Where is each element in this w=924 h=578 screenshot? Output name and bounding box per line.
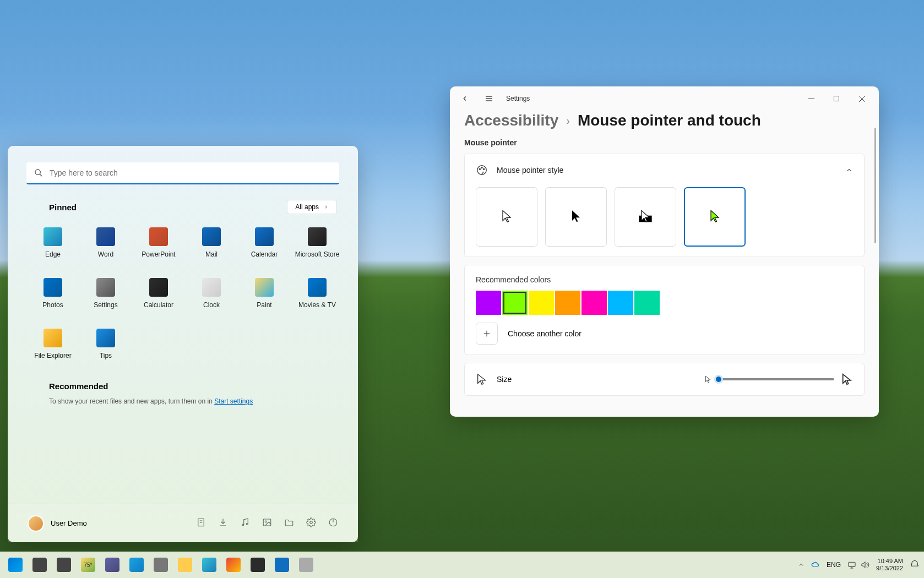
svg-point-8 [246, 523, 248, 525]
app-icon [308, 278, 327, 297]
pointer-style-option-2[interactable] [615, 187, 676, 247]
color-swatch-6[interactable] [634, 291, 660, 315]
all-apps-button[interactable]: All apps [287, 200, 337, 214]
pinned-app-settings[interactable]: Settings [79, 275, 132, 312]
pointer-style-option-3[interactable] [684, 187, 746, 247]
download-icon[interactable] [218, 517, 228, 530]
pinned-app-clock[interactable]: Clock [185, 275, 238, 312]
pinned-app-microsoft-store[interactable]: Microsoft Store [291, 224, 344, 261]
start-settings-link[interactable]: Start settings [214, 397, 253, 405]
language-indicator[interactable]: ENG [827, 561, 841, 569]
folder-icon [284, 517, 294, 527]
widgets-button[interactable]: 75° [77, 554, 99, 576]
folder-icon[interactable] [284, 517, 294, 530]
taskbar-app-icon [251, 558, 265, 572]
start-menu: Pinned All apps Edge Word PowerPoint Mai… [8, 146, 358, 542]
settings-taskbar[interactable] [150, 554, 172, 576]
pinned-app-mail[interactable]: Mail [185, 224, 238, 261]
color-swatch-0[interactable] [476, 291, 501, 315]
pinned-app-calculator[interactable]: Calculator [132, 275, 185, 312]
mouse-pointer-style-header[interactable]: Mouse pointer style [476, 164, 853, 176]
app-label: Word [98, 250, 113, 258]
network-volume-group[interactable] [847, 560, 869, 569]
color-swatch-1[interactable] [502, 291, 528, 315]
taskbar-app-icon [226, 558, 241, 572]
start-search-bar[interactable] [26, 162, 339, 184]
app-label: Calendar [251, 250, 278, 258]
color-swatch-5[interactable] [608, 291, 633, 315]
start-button[interactable] [4, 554, 26, 576]
power-icon[interactable] [328, 517, 338, 530]
clock-time: 10:49 AM [876, 558, 903, 565]
minimize-icon [808, 96, 814, 102]
pinned-app-edge[interactable]: Edge [26, 224, 79, 261]
minimize-button[interactable] [798, 90, 824, 107]
app-icon [202, 278, 221, 297]
terminal-taskbar[interactable] [247, 554, 269, 576]
notifications-icon[interactable] [910, 560, 920, 570]
arrow-left-icon [461, 95, 469, 102]
style-label: Mouse pointer style [497, 166, 563, 175]
breadcrumb: Accessibility › Mouse pointer and touch [450, 111, 879, 135]
color-swatch-4[interactable] [581, 291, 607, 315]
svg-point-7 [242, 524, 244, 526]
pinned-app-photos[interactable]: Photos [26, 275, 79, 312]
start-footer: User Demo [8, 504, 358, 542]
svg-point-24 [483, 168, 485, 170]
svg-point-23 [481, 167, 482, 168]
chrome-taskbar[interactable] [222, 554, 244, 576]
search-button[interactable] [29, 554, 51, 576]
pointer-style-option-0[interactable] [476, 187, 537, 247]
mouse-pointer-style-panel: Mouse pointer style [464, 154, 865, 257]
color-swatch-3[interactable] [555, 291, 580, 315]
pinned-app-word[interactable]: Word [79, 224, 132, 261]
close-button[interactable] [849, 90, 874, 107]
teams-button[interactable] [101, 554, 123, 576]
fences-taskbar[interactable] [295, 554, 317, 576]
app-label: Microsoft Store [295, 250, 340, 258]
app-icon [44, 227, 62, 246]
pinned-app-powerpoint[interactable]: PowerPoint [132, 224, 185, 261]
tray-overflow-chevron-icon[interactable] [798, 561, 805, 568]
pinned-app-tips[interactable]: Tips [79, 325, 132, 363]
download-icon [218, 517, 228, 527]
pinned-app-file-explorer[interactable]: File Explorer [26, 325, 79, 363]
pinned-app-calendar[interactable]: Calendar [238, 224, 291, 261]
app-icon [149, 227, 168, 246]
document-icon[interactable] [196, 517, 206, 530]
app-icon [96, 278, 115, 297]
pictures-icon[interactable] [262, 517, 272, 530]
music-icon[interactable] [240, 517, 250, 530]
back-button[interactable] [454, 90, 475, 107]
settings-icon[interactable] [306, 517, 316, 530]
scrollbar[interactable] [874, 128, 876, 243]
app-label: Photos [42, 301, 63, 309]
recommended-label: Recommended [49, 381, 337, 391]
chat-button[interactable] [126, 554, 148, 576]
task-view-button[interactable] [53, 554, 75, 576]
app-icon [44, 278, 62, 297]
app-label: File Explorer [34, 352, 71, 359]
edge-taskbar[interactable] [198, 554, 220, 576]
app-label: Edge [45, 250, 61, 258]
file-explorer-taskbar[interactable] [174, 554, 196, 576]
slider-thumb[interactable] [714, 375, 723, 384]
app-label: Paint [257, 301, 271, 309]
breadcrumb-parent[interactable]: Accessibility [464, 112, 558, 129]
outlook-taskbar[interactable] [271, 554, 293, 576]
clock-date: 9/13/2022 [876, 565, 903, 572]
clock[interactable]: 10:49 AM 9/13/2022 [876, 558, 903, 572]
onedrive-icon[interactable] [811, 560, 820, 569]
pointer-style-option-1[interactable] [545, 187, 607, 247]
pinned-app-paint[interactable]: Paint [238, 275, 291, 312]
size-slider[interactable] [719, 378, 834, 380]
network-icon [847, 560, 856, 569]
search-input[interactable] [50, 168, 331, 177]
color-swatch-2[interactable] [529, 291, 554, 315]
maximize-button[interactable] [824, 90, 849, 107]
choose-another-color-button[interactable] [476, 323, 498, 345]
user-name: User Demo [51, 519, 87, 527]
pinned-app-movies-tv[interactable]: Movies & TV [291, 275, 344, 312]
user-account-button[interactable]: User Demo [28, 515, 87, 532]
nav-menu-button[interactable] [479, 90, 499, 107]
